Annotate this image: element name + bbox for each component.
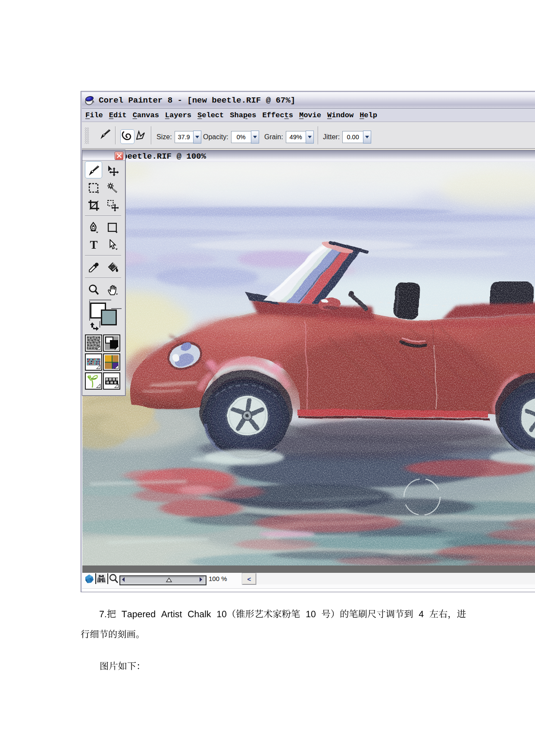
paragraph-2: 图片如下： (100, 660, 145, 672)
body-text-glyphs (0, 0, 535, 756)
paragraph-1-line-2: 行细节的刻画。 (81, 628, 144, 640)
paragraph-1-line-1: 7.把 Tapered Artist Chalk 10（锥形艺术家粉笔 10 号… (99, 608, 436, 620)
document-page: T (0, 0, 535, 756)
